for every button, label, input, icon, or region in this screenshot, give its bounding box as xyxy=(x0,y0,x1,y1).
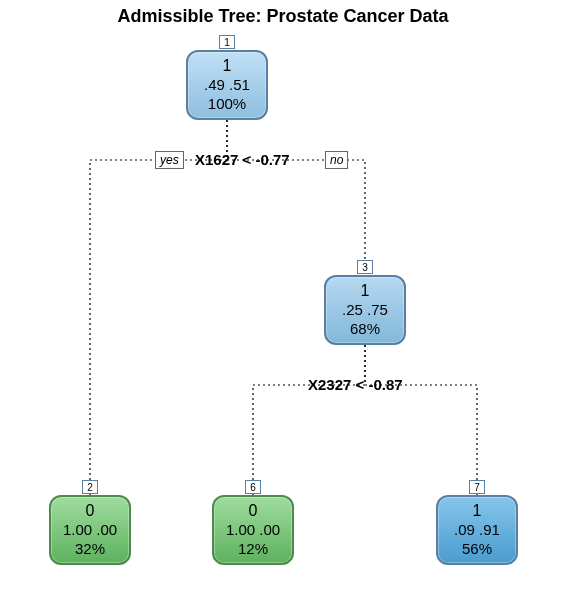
node-class: 1 xyxy=(361,281,370,301)
tree-node-root: 1 .49 .51 100% xyxy=(186,50,268,120)
node-pct: 12% xyxy=(238,540,268,559)
node-id-tab: 2 xyxy=(82,480,98,494)
node-class: 1 xyxy=(473,501,482,521)
node-probs: .49 .51 xyxy=(204,76,250,95)
node-probs: .09 .91 xyxy=(454,521,500,540)
chart-title: Admissible Tree: Prostate Cancer Data xyxy=(0,6,566,27)
node-probs: 1.00 .00 xyxy=(63,521,117,540)
split-condition: X1627 < -0.77 xyxy=(195,151,290,168)
node-id-tab: 7 xyxy=(469,480,485,494)
tree-node-internal: 1 .25 .75 68% xyxy=(324,275,406,345)
node-id-tab: 1 xyxy=(219,35,235,49)
node-id-tab: 3 xyxy=(357,260,373,274)
node-class: 0 xyxy=(86,501,95,521)
node-pct: 32% xyxy=(75,540,105,559)
node-pct: 56% xyxy=(462,540,492,559)
tree-node-leaf: 1 .09 .91 56% xyxy=(436,495,518,565)
node-id-tab: 6 xyxy=(245,480,261,494)
node-probs: .25 .75 xyxy=(342,301,388,320)
tree-node-leaf: 0 1.00 .00 12% xyxy=(212,495,294,565)
branch-no-label: no xyxy=(325,151,348,169)
node-class: 1 xyxy=(223,56,232,76)
node-probs: 1.00 .00 xyxy=(226,521,280,540)
branch-yes-label: yes xyxy=(155,151,184,169)
node-class: 0 xyxy=(249,501,258,521)
node-pct: 68% xyxy=(350,320,380,339)
tree-node-leaf: 0 1.00 .00 32% xyxy=(49,495,131,565)
split-condition: X2327 < -0.87 xyxy=(308,376,403,393)
node-pct: 100% xyxy=(208,95,246,114)
